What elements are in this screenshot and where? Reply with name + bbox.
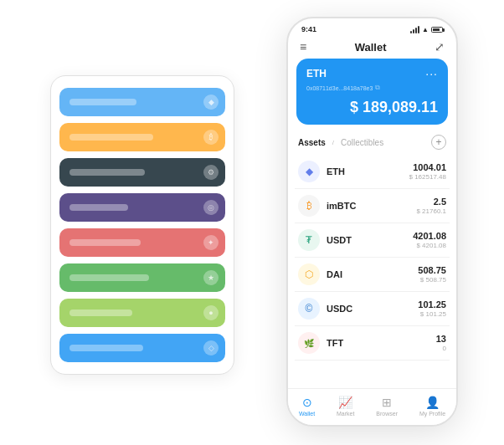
asset-usd: $ 101.25 — [418, 310, 446, 318]
card-icon: ◎ — [203, 200, 219, 215]
menu-icon[interactable]: ≡ — [300, 40, 306, 54]
card-item: ◇ — [59, 334, 225, 362]
eth-balance: $ 189,089.11 — [306, 99, 438, 116]
tab-separator: / — [332, 139, 334, 146]
asset-amounts: 130 — [436, 334, 446, 352]
card-item: ✦ — [59, 228, 225, 257]
asset-row[interactable]: ◆ETH1004.01$ 162517.48 — [295, 155, 450, 189]
asset-amount: 13 — [436, 334, 446, 344]
bottom-nav-label: Wallet — [299, 411, 315, 417]
bottom-nav: ⊙Wallet📈Market⊞Browser👤My Profile — [288, 388, 456, 425]
eth-card-label: ETH — [306, 68, 327, 79]
bottom-nav-label: Market — [337, 411, 354, 417]
status-bar: 9:41 ▲ — [288, 18, 456, 37]
card-item: ⚙ — [59, 158, 225, 187]
wifi-icon: ▲ — [422, 26, 429, 33]
card-item: ₿ — [59, 123, 225, 151]
copy-icon[interactable]: ⧉ — [375, 84, 380, 92]
bottom-nav-browser[interactable]: ⊞Browser — [376, 396, 398, 417]
bottom-nav-icon: ⊞ — [382, 396, 392, 409]
bottom-nav-label: My Profile — [419, 411, 445, 417]
asset-amount: 2.5 — [416, 197, 446, 207]
bottom-nav-icon: 👤 — [425, 396, 440, 409]
signal-icon — [410, 26, 419, 33]
assets-header: Assets / Collectibles + — [288, 131, 456, 155]
card-icon: ◆ — [203, 95, 219, 110]
page-title: Wallet — [355, 41, 387, 54]
asset-list: ◆ETH1004.01$ 162517.48₿imBTC2.5$ 21760.1… — [288, 155, 456, 388]
card-item: ◎ — [59, 193, 225, 222]
asset-icon: ₮ — [298, 229, 320, 251]
asset-usd: $ 4201.08 — [413, 242, 446, 249]
nav-bar: ≡ Wallet ⤢ — [288, 37, 456, 59]
card-icon: ₿ — [203, 130, 219, 145]
asset-row[interactable]: 🌿TFT130 — [295, 326, 450, 361]
asset-amounts: 1004.01$ 162517.48 — [409, 162, 447, 181]
asset-amounts: 508.75$ 508.75 — [418, 265, 446, 284]
asset-icon: ₿ — [298, 195, 320, 217]
phone-mockup: 9:41 ▲ ≡ Wallet ⤢ ETH ··· 0x08711d3e. — [286, 17, 458, 427]
add-asset-button[interactable]: + — [431, 135, 446, 150]
asset-symbol: DAI — [327, 269, 418, 279]
asset-icon: ⬡ — [298, 263, 320, 285]
asset-usd: 0 — [436, 345, 446, 352]
asset-amounts: 4201.08$ 4201.08 — [413, 231, 446, 249]
card-icon: ✦ — [203, 235, 219, 250]
bottom-nav-icon: 📈 — [338, 396, 352, 409]
bottom-nav-my-profile[interactable]: 👤My Profile — [419, 396, 445, 417]
asset-symbol: imBTC — [327, 201, 416, 211]
asset-row[interactable]: ⬡DAI508.75$ 508.75 — [295, 258, 450, 292]
asset-symbol: USDC — [327, 304, 418, 314]
time-display: 9:41 — [301, 25, 316, 33]
card-icon: ◇ — [203, 340, 219, 355]
eth-card: ETH ··· 0x08711d3e...8418a78e3 ⧉ $ 189,0… — [296, 59, 448, 125]
asset-amount: 1004.01 — [409, 162, 447, 172]
bottom-nav-icon: ⊙ — [302, 396, 312, 409]
expand-icon[interactable]: ⤢ — [435, 40, 445, 54]
card-icon: ● — [203, 305, 219, 320]
eth-address: 0x08711d3e...8418a78e3 ⧉ — [306, 84, 438, 92]
asset-amount: 101.25 — [418, 299, 446, 309]
asset-icon: 🌿 — [298, 332, 320, 354]
asset-amounts: 101.25$ 101.25 — [418, 299, 446, 318]
status-icons: ▲ — [410, 26, 443, 33]
asset-usd: $ 162517.48 — [409, 173, 447, 181]
eth-more-icon[interactable]: ··· — [425, 67, 438, 80]
card-icon: ⚙ — [203, 165, 219, 180]
battery-icon — [431, 27, 443, 33]
card-icon: ★ — [203, 270, 219, 285]
asset-amounts: 2.5$ 21760.1 — [416, 197, 446, 215]
asset-icon: ◆ — [298, 161, 320, 182]
asset-icon: © — [298, 298, 320, 320]
asset-usd: $ 508.75 — [418, 276, 446, 284]
tab-assets[interactable]: Assets — [298, 138, 326, 147]
card-item: ★ — [59, 263, 225, 292]
tab-collectibles[interactable]: Collectibles — [341, 138, 383, 147]
asset-row[interactable]: ©USDC101.25$ 101.25 — [295, 292, 450, 326]
bottom-nav-market[interactable]: 📈Market — [337, 396, 354, 417]
bottom-nav-wallet[interactable]: ⊙Wallet — [299, 396, 315, 417]
asset-amount: 508.75 — [418, 265, 446, 275]
asset-row[interactable]: ₮USDT4201.08$ 4201.08 — [295, 223, 450, 258]
asset-amount: 4201.08 — [413, 231, 446, 241]
card-item: ◆ — [59, 88, 225, 116]
asset-row[interactable]: ₿imBTC2.5$ 21760.1 — [295, 189, 450, 223]
bottom-nav-label: Browser — [376, 411, 398, 417]
eth-card-header: ETH ··· — [306, 67, 438, 80]
asset-usd: $ 21760.1 — [416, 207, 446, 215]
asset-symbol: USDT — [327, 235, 413, 245]
assets-tabs: Assets / Collectibles — [298, 138, 383, 147]
asset-symbol: ETH — [327, 166, 409, 176]
card-item: ● — [59, 299, 225, 327]
card-stack: ◆₿⚙◎✦★●◇ — [50, 75, 234, 375]
asset-symbol: TFT — [327, 338, 436, 348]
